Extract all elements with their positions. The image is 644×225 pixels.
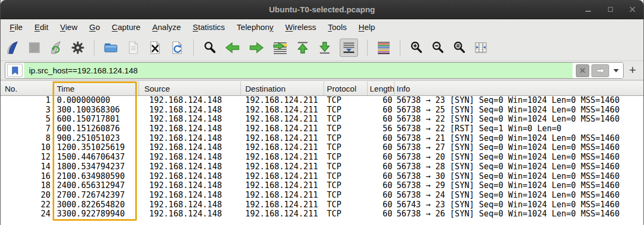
go-back-button[interactable] <box>224 41 240 55</box>
menu-edit[interactable]: Edit <box>28 21 54 33</box>
cell-info: 56738 → 25 [SYN] Seq=0 Win=1024 Len=0 MS… <box>394 106 643 115</box>
packet-row[interactable]: 182400.656312947192.168.124.148192.168.1… <box>1 181 643 191</box>
capture-options-button[interactable] <box>71 41 85 55</box>
cell-destination: 192.168.124.211 <box>241 162 324 172</box>
packet-row[interactable]: 10.000000000192.168.124.148192.168.124.2… <box>1 96 643 106</box>
menu-statistics[interactable]: Statistics <box>187 21 231 33</box>
cell-info: 56738 → 20 [SYN] Seq=0 Win=1024 Len=0 MS… <box>394 153 643 162</box>
packet-row[interactable]: 3300.100368306192.168.124.148192.168.124… <box>1 106 643 115</box>
cell-no: 24 <box>1 209 53 219</box>
zoom-out-icon <box>431 41 444 54</box>
cell-length: 60 <box>368 209 394 219</box>
zoom-reset-icon <box>452 41 466 54</box>
cell-protocol: TCP <box>324 124 368 134</box>
save-file-button[interactable] <box>126 41 140 55</box>
cell-length: 60 <box>368 162 394 172</box>
menu-file[interactable]: File <box>4 21 28 33</box>
packet-row[interactable]: 7600.151260876192.168.124.148192.168.124… <box>1 124 643 134</box>
restart-capture-button[interactable] <box>49 41 63 55</box>
minimize-button[interactable] <box>584 6 592 13</box>
filter-apply-button[interactable] <box>591 64 609 77</box>
filter-bookmark-button[interactable] <box>7 64 23 77</box>
cell-destination: 192.168.124.211 <box>241 124 324 134</box>
display-filter-input[interactable]: ip.src_host==192.168.124.148 <box>5 62 624 79</box>
menu-capture[interactable]: Capture <box>106 21 146 33</box>
cell-time: 1800.534794237 <box>53 162 139 172</box>
filter-history-dropdown[interactable] <box>613 69 619 72</box>
packet-row[interactable]: 162100.634980590192.168.124.148192.168.1… <box>1 172 643 182</box>
start-capture-button[interactable] <box>6 41 20 55</box>
packet-list: No.TimeSourceDestinationProtocolLengthIn… <box>1 81 643 225</box>
column-header-protocol[interactable]: Protocol <box>324 81 368 95</box>
cell-protocol: TCP <box>324 200 368 210</box>
main-toolbar <box>1 34 643 61</box>
close-button[interactable] <box>628 6 636 13</box>
open-file-button[interactable] <box>104 41 118 55</box>
stop-capture-button[interactable] <box>28 41 41 54</box>
menu-wireless[interactable]: Wireless <box>280 21 323 33</box>
go-to-packet-button[interactable] <box>273 41 288 55</box>
menu-help[interactable]: Help <box>353 21 381 33</box>
packet-row[interactable]: 223000.822654820192.168.124.148192.168.1… <box>1 200 643 210</box>
menu-go[interactable]: Go <box>83 21 106 33</box>
go-first-packet-button[interactable] <box>296 41 310 55</box>
column-header-info[interactable]: Info <box>394 81 643 95</box>
auto-scroll-button[interactable] <box>340 39 358 57</box>
packet-row[interactable]: 202700.726742397192.168.124.148192.168.1… <box>1 191 643 200</box>
auto-scroll-icon <box>342 41 356 55</box>
zoom-out-button[interactable] <box>431 41 444 54</box>
menu-analyze[interactable]: Analyze <box>147 21 187 33</box>
restart-capture-icon <box>49 41 63 55</box>
window-controls <box>584 0 636 19</box>
column-header-source[interactable]: Source <box>139 81 241 95</box>
packet-row[interactable]: 101200.351025619192.168.124.148192.168.1… <box>1 143 643 153</box>
cell-source: 192.168.124.148 <box>139 209 241 219</box>
find-packet-button[interactable] <box>203 41 216 54</box>
stop-capture-icon <box>28 41 41 54</box>
packet-rows: 10.000000000192.168.124.148192.168.124.2… <box>1 96 643 219</box>
cell-protocol: TCP <box>324 96 368 106</box>
filter-clear-button[interactable] <box>576 64 589 77</box>
packet-row[interactable]: 141800.534794237192.168.124.148192.168.1… <box>1 162 643 172</box>
column-header-length[interactable]: Length <box>368 81 394 95</box>
cell-destination: 192.168.124.211 <box>241 200 324 210</box>
reload-file-button[interactable] <box>170 41 184 55</box>
cell-length: 60 <box>368 96 394 106</box>
cell-info: 56738 → 27 [SYN] Seq=0 Win=1024 Len=0 MS… <box>394 143 643 153</box>
cell-protocol: TCP <box>324 115 368 124</box>
filter-add-button[interactable]: + <box>624 65 638 77</box>
cell-time: 2400.656312947 <box>53 181 139 191</box>
cell-time: 1500.446706437 <box>53 153 139 162</box>
resize-columns-icon <box>474 41 488 55</box>
save-file-icon <box>126 41 140 55</box>
cell-length: 60 <box>368 115 394 124</box>
column-header-time[interactable]: Time <box>53 81 139 95</box>
zoom-reset-button[interactable] <box>452 41 466 54</box>
cell-length: 60 <box>368 143 394 153</box>
cell-no: 5 <box>1 115 53 124</box>
colorize-button[interactable] <box>377 41 391 55</box>
maximize-button[interactable] <box>606 6 614 13</box>
zoom-in-button[interactable] <box>409 41 423 54</box>
menu-tools[interactable]: Tools <box>322 21 353 33</box>
close-file-icon <box>148 41 162 55</box>
cell-info: 56738 → 28 [SYN] Seq=0 Win=1024 Len=0 MS… <box>394 162 643 172</box>
zoom-in-icon <box>409 41 423 54</box>
go-forward-button[interactable] <box>248 41 265 55</box>
filter-expression[interactable]: ip.src_host==192.168.124.148 <box>24 63 573 78</box>
resize-columns-button[interactable] <box>474 41 488 55</box>
go-first-packet-icon <box>296 41 310 55</box>
cell-destination: 192.168.124.211 <box>241 134 324 144</box>
packet-row[interactable]: 5600.150717801192.168.124.148192.168.124… <box>1 115 643 124</box>
go-last-packet-button[interactable] <box>318 41 332 55</box>
menu-view[interactable]: View <box>54 21 83 33</box>
cell-destination: 192.168.124.211 <box>241 153 324 162</box>
packet-row[interactable]: 8900.251051023192.168.124.148192.168.124… <box>1 134 643 144</box>
menu-telephony[interactable]: Telephony <box>231 21 279 33</box>
column-header-no[interactable]: No. <box>1 81 53 95</box>
column-header-destination[interactable]: Destination <box>241 81 324 95</box>
packet-row[interactable]: 121500.446706437192.168.124.148192.168.1… <box>1 153 643 162</box>
packet-row[interactable]: 243300.922789940192.168.124.148192.168.1… <box>1 209 643 219</box>
close-file-button[interactable] <box>148 41 162 55</box>
cell-info: 56738 → 26 [SYN] Seq=0 Win=1024 Len=0 MS… <box>394 209 643 219</box>
